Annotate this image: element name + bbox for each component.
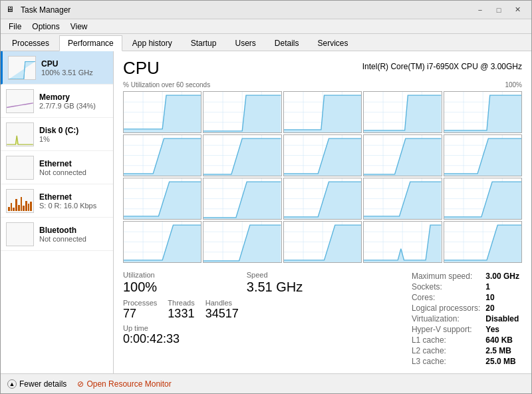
cpu-cell-7 <box>203 134 281 176</box>
eth-bar-5 <box>18 205 20 211</box>
sidebar-item-bluetooth[interactable]: Bluetooth Not connected <box>1 218 113 251</box>
tab-performance[interactable]: Performance <box>59 35 122 51</box>
ethernet1-label: Ethernet Not connected <box>39 159 86 176</box>
tab-users[interactable]: Users <box>226 35 264 51</box>
svg-rect-1 <box>7 90 33 112</box>
close-button[interactable]: ✕ <box>509 3 526 17</box>
l1-cache-row: L1 cache: 640 KB <box>409 335 522 345</box>
cpu-name: Intel(R) Core(TM) i7-6950X CPU @ 3.00GHz <box>362 62 522 71</box>
l2-cache-value: 2.5 MB <box>483 345 522 356</box>
menu-options[interactable]: Options <box>27 21 65 33</box>
fewer-details-label: Fewer details <box>19 379 66 389</box>
cpu-subtitle: 100% 3.51 GHz <box>41 69 93 77</box>
cores-value: 10 <box>483 292 522 303</box>
l2-cache-label: L2 cache: <box>409 345 483 356</box>
right-stats-table: Maximum speed: 3.00 GHz Sockets: 1 Cores… <box>409 271 522 367</box>
cpu-cell-9 <box>363 134 442 176</box>
cpu-cell-15 <box>444 178 522 220</box>
main-panel: CPU Intel(R) Core(TM) i7-6950X CPU @ 3.0… <box>114 51 531 373</box>
tab-details[interactable]: Details <box>266 35 308 51</box>
max-speed-label: Maximum speed: <box>409 271 483 282</box>
cpu-cell-4 <box>363 91 442 133</box>
memory-mini-graph <box>7 90 33 112</box>
bluetooth-mini-graph <box>7 223 33 246</box>
utilization-label: Utilization <box>123 271 239 279</box>
processes-group: Processes 77 <box>123 299 157 321</box>
utilization-value: 100% <box>123 279 239 295</box>
tab-app-history[interactable]: App history <box>124 35 181 51</box>
cpu-cell-19 <box>363 221 442 263</box>
speed-label: Speed <box>247 271 303 279</box>
menu-view[interactable]: View <box>65 21 93 33</box>
l1-cache-label: L1 cache: <box>409 335 483 345</box>
bluetooth-title: Bluetooth <box>39 226 86 235</box>
task-manager-window: 🖥 Task Manager − □ ✕ File Options View P… <box>0 0 532 394</box>
cpu-title: CPU <box>41 59 93 69</box>
cpu-cell-2 <box>203 91 281 133</box>
cpu-cell-3 <box>283 91 362 133</box>
cpu-graph-area <box>123 91 522 263</box>
sockets-value: 1 <box>483 282 522 292</box>
cpu-cell-8 <box>283 134 362 176</box>
minimize-button[interactable]: − <box>471 3 489 17</box>
cpu-thumb <box>8 56 36 80</box>
process-stats: Processes 77 Threads 1331 Handles 34517 <box>123 299 239 321</box>
svg-rect-2 <box>7 123 33 146</box>
cores-row: Cores: 10 <box>409 292 522 303</box>
threads-value: 1331 <box>168 307 194 321</box>
sidebar-item-cpu[interactable]: CPU 100% 3.51 GHz <box>1 51 113 85</box>
logical-processors-value: 20 <box>483 303 522 313</box>
tab-processes[interactable]: Processes <box>3 35 58 51</box>
disk-subtitle: 1% <box>39 135 78 143</box>
window-controls: − □ ✕ <box>471 3 526 17</box>
ethernet2-title: Ethernet <box>39 192 96 202</box>
menu-file[interactable]: File <box>3 21 27 33</box>
menu-bar: File Options View <box>1 19 531 34</box>
cpu-cell-10 <box>444 134 522 176</box>
eth-bar-10 <box>30 202 32 211</box>
disk-title: Disk 0 (C:) <box>39 126 78 135</box>
virtualization-row: Virtualization: Disabled <box>409 313 522 324</box>
uptime-label: Up time <box>123 324 239 332</box>
sidebar-item-disk[interactable]: Disk 0 (C:) 1% <box>1 118 113 151</box>
logical-processors-row: Logical processors: 20 <box>409 303 522 313</box>
tab-startup[interactable]: Startup <box>182 35 225 51</box>
max-speed-row: Maximum speed: 3.00 GHz <box>409 271 522 282</box>
hyper-v-value: Yes <box>483 324 522 335</box>
graph-labels: % Utilization over 60 seconds 100% <box>123 81 522 90</box>
ethernet2-subtitle: S: 0 R: 16.0 Kbps <box>39 202 96 210</box>
disk-label: Disk 0 (C:) 1% <box>39 126 78 143</box>
panel-header: CPU Intel(R) Core(TM) i7-6950X CPU @ 3.0… <box>123 58 522 79</box>
cpu-cell-1 <box>123 91 201 133</box>
sidebar-item-ethernet1[interactable]: Ethernet Not connected <box>1 151 113 184</box>
cpu-cell-14 <box>363 178 442 220</box>
eth-bar-2 <box>11 203 13 211</box>
sidebar-item-ethernet2[interactable]: Ethernet S: 0 R: 16.0 Kbps <box>1 184 113 218</box>
sidebar-item-memory[interactable]: Memory 2.7/7.9 GB (34%) <box>1 85 113 118</box>
eth-bar-6 <box>21 197 23 211</box>
hyper-v-row: Hyper-V support: Yes <box>409 324 522 335</box>
panel-title: CPU <box>123 58 160 79</box>
window-title: Task Manager <box>21 5 471 15</box>
open-resource-monitor-link[interactable]: ⊘ Open Resource Monitor <box>77 379 171 389</box>
uptime-value: 0:00:42:33 <box>123 332 239 346</box>
tab-services[interactable]: Services <box>309 35 357 51</box>
l3-cache-value: 25.0 MB <box>483 356 522 367</box>
cpu-mini-graph <box>9 57 35 79</box>
sockets-row: Sockets: 1 <box>409 282 522 292</box>
eth-bar-7 <box>23 206 25 211</box>
fewer-details-button[interactable]: ▲ Fewer details <box>7 379 66 389</box>
maximize-button[interactable]: □ <box>490 3 507 17</box>
bluetooth-subtitle: Not connected <box>39 235 86 243</box>
cpu-cell-13 <box>283 178 362 220</box>
threads-label: Threads <box>168 299 194 307</box>
svg-rect-3 <box>7 156 33 179</box>
graph-label-right: 100% <box>505 81 522 90</box>
cpu-cell-5 <box>444 91 522 133</box>
processes-value: 77 <box>123 307 157 321</box>
eth-bar-9 <box>28 204 30 211</box>
svg-rect-4 <box>7 223 33 246</box>
app-icon: 🖥 <box>6 5 17 15</box>
cores-label: Cores: <box>409 292 483 303</box>
ethernet1-thumb <box>6 156 34 180</box>
